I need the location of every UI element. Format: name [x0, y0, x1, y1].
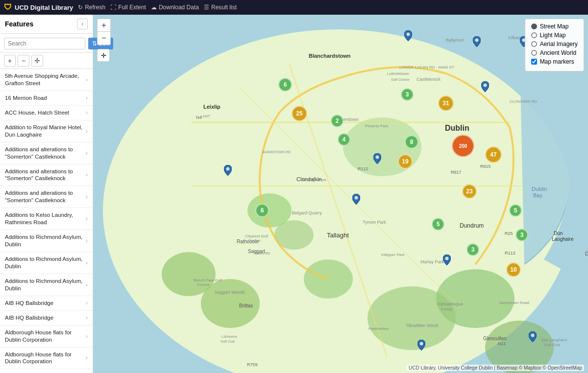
pin-marker[interactable]	[404, 30, 412, 43]
svg-point-75	[484, 84, 487, 87]
feature-list-item[interactable]: Additions to Richmond Asylum, Dublin›	[0, 230, 93, 252]
pin-icon	[529, 331, 537, 342]
feature-list-item[interactable]: Aldborough House flats for Dublin Corpor…	[0, 348, 93, 370]
cluster-marker[interactable]: 6	[255, 204, 269, 217]
legend-light-map[interactable]: Light Map	[531, 32, 578, 39]
svg-text:ADAMSTOWN RD: ADAMSTOWN RD	[262, 150, 291, 154]
cluster-marker[interactable]: 3	[466, 243, 479, 256]
full-extent-button[interactable]: ⛶ Full Extent	[110, 4, 146, 11]
feature-list-item[interactable]: Additions and alterations to "Somerton" …	[0, 186, 93, 208]
cluster-marker[interactable]: 10	[506, 262, 521, 277]
zoom-out-button[interactable]: −	[98, 32, 110, 45]
chevron-right-icon: ›	[86, 76, 88, 83]
download-data-button[interactable]: ☁ Download Data	[151, 4, 199, 11]
feature-list-item[interactable]: 5th Avenue Shopping Arcade, Grafton Stre…	[0, 69, 93, 91]
cluster-marker[interactable]: 47	[485, 146, 502, 163]
legend-map-markers[interactable]: Map markers	[531, 58, 578, 65]
svg-text:Lisheens: Lisheens	[221, 334, 237, 339]
radio-aerial-imagery	[531, 41, 537, 47]
app-logo: 🛡 UCD Digital Library	[4, 3, 73, 12]
svg-text:R815: R815	[480, 164, 491, 169]
cluster-marker[interactable]: 25	[292, 106, 307, 121]
feature-list-item[interactable]: Additions to Richmond Asylum, Dublin›	[0, 274, 93, 296]
svg-text:Glencullen: Glencullen	[483, 336, 506, 341]
svg-point-72	[407, 33, 410, 36]
map-legend: Street Map Light Map Aerial Imagery Anci…	[525, 19, 584, 71]
svg-text:Dundrum: Dundrum	[460, 222, 484, 229]
svg-text:Saggart Woods: Saggart Woods	[215, 290, 245, 295]
cluster-marker[interactable]: 31	[438, 95, 454, 111]
chevron-right-icon: ›	[86, 215, 88, 222]
chevron-right-icon: ›	[86, 150, 88, 157]
list-icon: ☰	[204, 4, 209, 11]
zoom-in-button[interactable]: +	[4, 55, 16, 67]
feature-list-item[interactable]: Aldborough House flats for Dublin Corpor…	[0, 326, 93, 348]
cluster-marker[interactable]: 3	[401, 88, 414, 101]
feature-list-item[interactable]: Additions to Kelso Laundry, Rathmines Ro…	[0, 208, 93, 230]
pin-icon	[443, 255, 451, 265]
pin-marker[interactable]	[417, 340, 425, 352]
zoom-out-button[interactable]: −	[18, 55, 29, 67]
refresh-button[interactable]: ↻ Refresh	[78, 4, 105, 11]
feature-list-item[interactable]: Additions and alterations to "Somerton" …	[0, 164, 93, 186]
cluster-marker[interactable]: 23	[462, 184, 477, 199]
sidebar-header: Features ‹	[0, 15, 93, 34]
cluster-marker[interactable]: 19	[398, 154, 413, 169]
chevron-right-icon: ›	[86, 314, 88, 321]
cluster-marker[interactable]: 5	[509, 204, 522, 217]
legend-ancient-world[interactable]: Ancient World	[531, 49, 578, 56]
compass-button[interactable]: ✛	[31, 55, 43, 67]
map-area[interactable]: R112 R817 R815 R25 R113 N11 N4 R759 Blan…	[93, 15, 588, 373]
sort-icon: ⇅	[92, 40, 97, 47]
pin-marker[interactable]	[443, 255, 451, 267]
svg-text:CLONTARF RD: CLONTARF RD	[510, 99, 538, 104]
pin-marker[interactable]	[481, 81, 489, 94]
feature-list-item[interactable]: Additions and alterations to "Somerton" …	[0, 142, 93, 164]
svg-text:Course: Course	[248, 238, 261, 243]
feature-list-item[interactable]: AIB HQ Ballsbridge›	[0, 311, 93, 326]
feature-list-item[interactable]: ACC House, Hatch Street›	[0, 106, 93, 120]
legend-street-map[interactable]: Street Map	[531, 23, 578, 30]
feature-list-item[interactable]: 16 Merrion Road›	[0, 91, 93, 106]
svg-text:Forest: Forest	[441, 307, 452, 311]
cluster-marker[interactable]: 6	[278, 78, 292, 92]
svg-text:Blanchardstown: Blanchardstown	[309, 53, 351, 59]
chevron-right-icon: ›	[86, 128, 88, 135]
feature-list-item[interactable]: Additions to Richmond Asylum, Dublin›	[0, 252, 93, 274]
cluster-marker[interactable]: 4	[338, 133, 350, 146]
search-bar: ⇅ Sort	[0, 34, 93, 53]
search-input[interactable]	[4, 38, 85, 49]
feature-list-item[interactable]: Alterations to the Baggot Street Branch …	[0, 369, 93, 373]
feature-list-item[interactable]: AIB HQ Ballsbridge›	[0, 296, 93, 311]
svg-point-8	[368, 286, 456, 350]
legend-map-markers-label: Map markers	[540, 58, 574, 65]
map-markers-checkbox[interactable]	[531, 59, 537, 65]
sidebar-title: Features	[5, 20, 33, 28]
pin-marker[interactable]	[224, 165, 232, 178]
zoom-in-button[interactable]: +	[98, 19, 110, 32]
chevron-right-icon: ›	[86, 109, 88, 116]
pin-marker[interactable]	[352, 194, 360, 207]
feature-list-item[interactable]: Addition to Royal Marine Hotel, Dun Laog…	[0, 120, 93, 142]
compass-button[interactable]: ✛	[97, 49, 110, 62]
svg-point-73	[475, 39, 479, 42]
cluster-marker[interactable]: 5	[432, 218, 444, 231]
svg-text:Dún: Dún	[554, 231, 563, 236]
cluster-marker[interactable]: 2	[331, 115, 343, 127]
sidebar-collapse-button[interactable]: ‹	[77, 19, 88, 29]
cluster-marker[interactable]: 200	[452, 135, 474, 157]
refresh-icon: ↻	[78, 4, 83, 11]
svg-point-78	[226, 167, 230, 171]
svg-text:Phoenix Park: Phoenix Park	[365, 124, 389, 128]
svg-text:Dublin: Dublin	[445, 124, 469, 132]
pin-icon	[417, 340, 425, 350]
pin-marker[interactable]	[473, 36, 481, 49]
svg-text:NAAS RD: NAAS RD	[255, 252, 270, 255]
result-list-button[interactable]: ☰ Result list	[204, 4, 237, 11]
cluster-marker[interactable]: 8	[405, 135, 418, 149]
cluster-marker[interactable]: 3	[515, 229, 528, 241]
pin-marker[interactable]	[529, 331, 537, 344]
legend-aerial-imagery[interactable]: Aerial Imagery	[531, 41, 578, 47]
pin-marker[interactable]	[373, 153, 381, 166]
svg-text:R817: R817	[451, 170, 462, 175]
